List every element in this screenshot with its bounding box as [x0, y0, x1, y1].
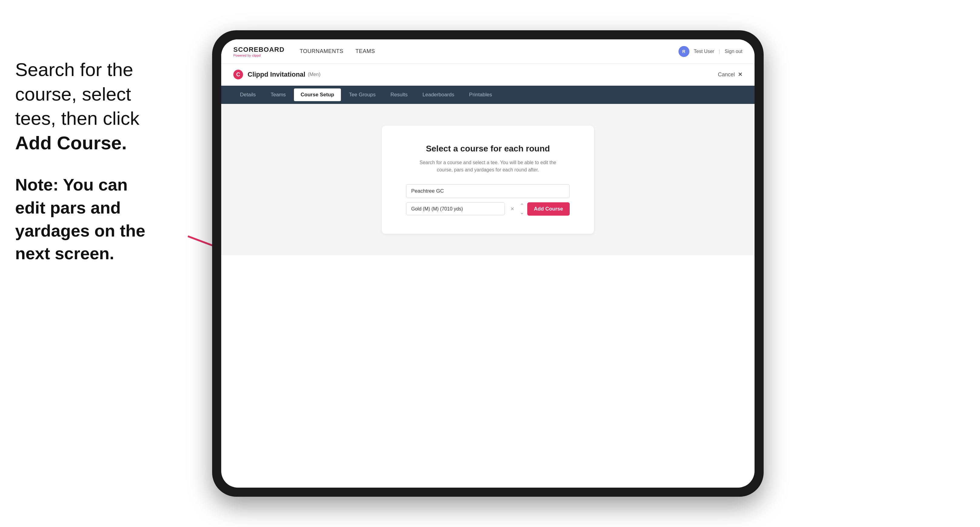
tee-select-row: Gold (M) (M) (7010 yds) ✕ ⌃⌄ Add Course — [406, 202, 570, 216]
tee-select[interactable]: Gold (M) (M) (7010 yds) — [406, 202, 505, 215]
tablet-screen: SCOREBOARD Powered by clippd TOURNAMENTS… — [221, 40, 754, 487]
logo-sub: Powered by clippd — [233, 54, 285, 57]
annotation-area: Search for the course, select tees, then… — [0, 45, 188, 277]
top-nav: SCOREBOARD Powered by clippd TOURNAMENTS… — [221, 40, 754, 63]
tournament-title: Clippd Invitational — [248, 71, 305, 78]
main-annotation: Search for the course, select tees, then… — [15, 57, 173, 155]
tab-tee-groups[interactable]: Tee Groups — [342, 89, 382, 101]
nav-right: R Test User | Sign out — [678, 46, 743, 57]
logo-text: SCOREBOARD — [233, 46, 285, 54]
clear-tee-button[interactable]: ✕ — [508, 205, 517, 213]
cancel-x-icon: ✕ — [738, 71, 743, 78]
logo-area: SCOREBOARD Powered by clippd — [233, 46, 285, 57]
card-title: Select a course for each round — [406, 144, 570, 154]
note-annotation: Note: You can edit pars and yardages on … — [15, 173, 173, 265]
sub-nav: Details Teams Course Setup Tee Groups Re… — [221, 86, 754, 104]
nav-separator: | — [719, 49, 720, 54]
course-card: Select a course for each round Search fo… — [382, 126, 594, 234]
cancel-button[interactable]: Cancel ✕ — [718, 71, 743, 78]
tab-results[interactable]: Results — [383, 89, 414, 101]
tournament-subtitle: (Men) — [308, 72, 321, 77]
nav-tournaments[interactable]: TOURNAMENTS — [300, 48, 343, 54]
course-search-input[interactable] — [406, 184, 570, 198]
user-avatar: R — [678, 46, 689, 57]
main-content: Select a course for each round Search fo… — [221, 104, 754, 255]
tablet-shell: SCOREBOARD Powered by clippd TOURNAMENTS… — [212, 30, 764, 497]
nav-links: TOURNAMENTS TEAMS — [300, 48, 678, 54]
tab-course-setup[interactable]: Course Setup — [294, 89, 341, 101]
nav-teams[interactable]: TEAMS — [355, 48, 375, 54]
user-label: Test User — [694, 49, 714, 54]
tab-details[interactable]: Details — [233, 89, 262, 101]
card-description: Search for a course and select a tee. Yo… — [406, 159, 570, 173]
tab-teams[interactable]: Teams — [264, 89, 293, 101]
tab-printables[interactable]: Printables — [463, 89, 499, 101]
sign-out-link[interactable]: Sign out — [725, 49, 743, 54]
tee-chevron-icon: ⌃⌄ — [520, 202, 524, 216]
add-course-emphasis: Add Course. — [15, 132, 127, 153]
add-course-button[interactable]: Add Course — [527, 202, 570, 216]
tab-leaderboards[interactable]: Leaderboards — [416, 89, 461, 101]
tournament-icon: C — [233, 70, 243, 79]
tournament-header: C Clippd Invitational (Men) Cancel ✕ — [221, 63, 754, 86]
